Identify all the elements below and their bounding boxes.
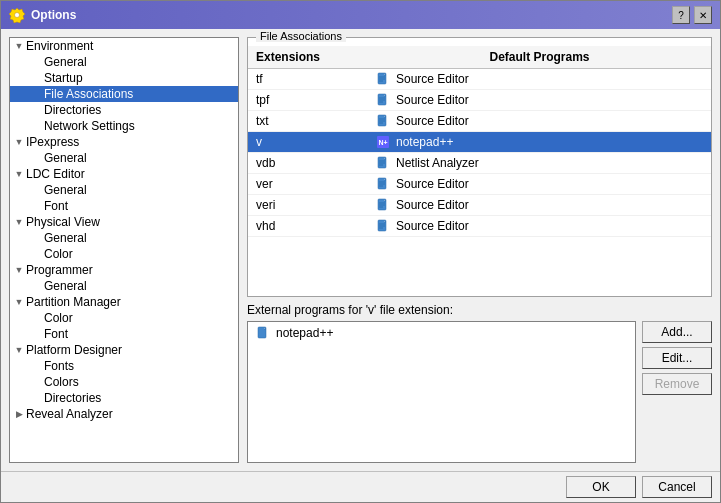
doc-icon <box>376 72 390 86</box>
tree-item-label: Reveal Analyzer <box>26 407 113 421</box>
window-title: Options <box>31 8 76 22</box>
doc-icon <box>376 156 390 170</box>
expand-icon: ▼ <box>12 39 26 53</box>
tree-item-env[interactable]: ▼Environment <box>10 38 238 54</box>
file-associations-group: File Associations Extensions Default Pro… <box>247 37 712 297</box>
ext-cell: vhd <box>248 216 368 237</box>
tree-item-label: Color <box>44 247 73 261</box>
prog-name: Source Editor <box>396 114 469 128</box>
ext-programs-buttons: Add... Edit... Remove <box>642 321 712 463</box>
col-default-programs: Default Programs <box>368 46 711 69</box>
ext-programs-label: External programs for 'v' file extension… <box>247 303 712 317</box>
ok-button[interactable]: OK <box>566 476 636 498</box>
program-cell: Source Editor <box>368 90 711 111</box>
tree-panel: ▼EnvironmentGeneralStartupFile Associati… <box>9 37 239 463</box>
help-button[interactable]: ? <box>672 6 690 24</box>
tree-item-label: Color <box>44 311 73 325</box>
tree-item-env-network[interactable]: Network Settings <box>10 118 238 134</box>
ext-cell: ver <box>248 174 368 195</box>
tree-item-label: Font <box>44 199 68 213</box>
prog-cell-inner: N+ notepad++ <box>376 135 703 149</box>
expand-icon: ▼ <box>12 263 26 277</box>
expand-icon: ▼ <box>12 215 26 229</box>
tree-item-physical-color[interactable]: Color <box>10 246 238 262</box>
tree-item-ipexpress-general[interactable]: General <box>10 150 238 166</box>
external-programs-section: External programs for 'v' file extension… <box>247 303 712 463</box>
remove-button[interactable]: Remove <box>642 373 712 395</box>
tree-item-label: General <box>44 151 87 165</box>
table-row[interactable]: v N+ notepad++ <box>248 132 711 153</box>
tree-item-reveal-analyzer[interactable]: ▶Reveal Analyzer <box>10 406 238 422</box>
ext-list-items: notepad++ <box>248 322 635 344</box>
tree-item-env-general[interactable]: General <box>10 54 238 70</box>
table-row[interactable]: vdb Netlist Analyzer <box>248 153 711 174</box>
col-extensions: Extensions <box>248 46 368 69</box>
title-bar-left: Options <box>9 7 76 23</box>
table-container[interactable]: Extensions Default Programs tf Source Ed… <box>248 46 711 296</box>
window-body: ▼EnvironmentGeneralStartupFile Associati… <box>1 29 720 471</box>
tree-item-label: Startup <box>44 71 83 85</box>
table-row[interactable]: txt Source Editor <box>248 111 711 132</box>
prog-cell-inner: Netlist Analyzer <box>376 156 703 170</box>
tree-item-physical-view[interactable]: ▼Physical View <box>10 214 238 230</box>
tree-item-programmer-general[interactable]: General <box>10 278 238 294</box>
tree-item-platform-designer[interactable]: ▼Platform Designer <box>10 342 238 358</box>
tree-item-env-startup[interactable]: Startup <box>10 70 238 86</box>
tree-item-ldc-editor[interactable]: ▼LDC Editor <box>10 166 238 182</box>
tree-item-platform-colors[interactable]: Colors <box>10 374 238 390</box>
table-row[interactable]: tf Source Editor <box>248 69 711 90</box>
prog-name: notepad++ <box>396 135 453 149</box>
close-button[interactable]: ✕ <box>694 6 712 24</box>
edit-button[interactable]: Edit... <box>642 347 712 369</box>
tree-item-label: Font <box>44 327 68 341</box>
prog-name: Netlist Analyzer <box>396 156 479 170</box>
prog-cell-inner: Source Editor <box>376 114 703 128</box>
window-icon <box>9 7 25 23</box>
tree-item-partition-manager[interactable]: ▼Partition Manager <box>10 294 238 310</box>
bottom-bar: OK Cancel <box>1 471 720 502</box>
title-bar-controls: ? ✕ <box>672 6 712 24</box>
tree-item-label: Directories <box>44 391 101 405</box>
tree-item-platform-directories[interactable]: Directories <box>10 390 238 406</box>
prog-cell-inner: Source Editor <box>376 72 703 86</box>
prog-cell-inner: Source Editor <box>376 219 703 233</box>
add-button[interactable]: Add... <box>642 321 712 343</box>
table-body: tf Source Editortpf Source Editortxt Sou… <box>248 69 711 237</box>
tree-item-label: Physical View <box>26 215 100 229</box>
table-row[interactable]: ver Source Editor <box>248 174 711 195</box>
tree-item-ipexpress[interactable]: ▼IPexpress <box>10 134 238 150</box>
tree-item-label: Partition Manager <box>26 295 121 309</box>
prog-cell-inner: Source Editor <box>376 177 703 191</box>
tree-item-env-directories[interactable]: Directories <box>10 102 238 118</box>
tree-item-physical-general[interactable]: General <box>10 230 238 246</box>
cancel-button[interactable]: Cancel <box>642 476 712 498</box>
prog-name: Source Editor <box>396 93 469 107</box>
tree-item-ldc-general[interactable]: General <box>10 182 238 198</box>
doc-icon <box>376 177 390 191</box>
doc-icon <box>376 114 390 128</box>
tree-item-partition-color[interactable]: Color <box>10 310 238 326</box>
table-row[interactable]: veri Source Editor <box>248 195 711 216</box>
tree-item-platform-fonts[interactable]: Fonts <box>10 358 238 374</box>
tree-item-programmer[interactable]: ▼Programmer <box>10 262 238 278</box>
tree-item-label: General <box>44 55 87 69</box>
ext-item-name: notepad++ <box>276 326 333 340</box>
ext-programs-list[interactable]: notepad++ <box>247 321 636 463</box>
table-row[interactable]: tpf Source Editor <box>248 90 711 111</box>
program-cell: Source Editor <box>368 111 711 132</box>
table-row[interactable]: vhd Source Editor <box>248 216 711 237</box>
tree-item-partition-font[interactable]: Font <box>10 326 238 342</box>
expand-icon: ▼ <box>12 343 26 357</box>
program-cell: Source Editor <box>368 174 711 195</box>
tree-item-ldc-font[interactable]: Font <box>10 198 238 214</box>
ext-list-item[interactable]: notepad++ <box>248 322 635 344</box>
prog-cell-inner: Source Editor <box>376 198 703 212</box>
tree-item-label: Directories <box>44 103 101 117</box>
program-cell: Source Editor <box>368 69 711 90</box>
tree-item-label: LDC Editor <box>26 167 85 181</box>
tree-item-label: Environment <box>26 39 93 53</box>
expand-icon: ▼ <box>12 135 26 149</box>
options-window: Options ? ✕ ▼EnvironmentGeneralStartupFi… <box>0 0 721 503</box>
tree-item-env-file-assoc[interactable]: File Associations <box>10 86 238 102</box>
tree-item-label: Platform Designer <box>26 343 122 357</box>
